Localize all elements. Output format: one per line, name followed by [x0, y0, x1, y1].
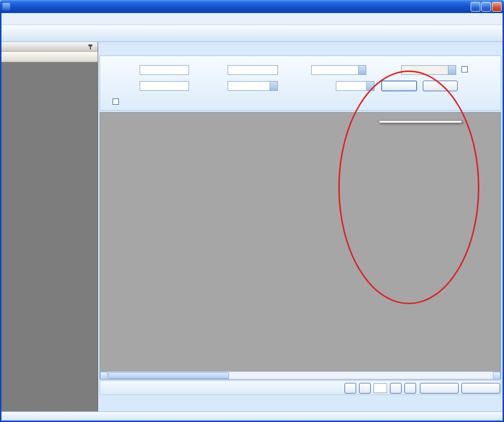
context-menu	[379, 120, 462, 123]
tab-strip	[98, 43, 503, 56]
chevron-down-icon[interactable]	[448, 66, 456, 74]
last-page-button[interactable]	[404, 383, 416, 394]
order-status-select[interactable]	[228, 81, 278, 91]
export-current-page-button[interactable]	[420, 383, 459, 394]
first-page-button[interactable]	[345, 383, 356, 394]
enable-checkbox[interactable]	[461, 66, 468, 72]
toolbar	[1, 25, 503, 42]
new-button[interactable]	[423, 81, 458, 91]
sidebar-group-sales[interactable]	[1, 52, 98, 62]
delivery-color-checkbox[interactable]	[113, 98, 119, 105]
scrollbar-thumb[interactable]	[108, 372, 229, 379]
main-area	[98, 42, 503, 411]
minimize-button[interactable]	[471, 2, 480, 12]
close-button[interactable]	[492, 2, 502, 12]
status-bar	[1, 411, 503, 421]
pin-icon[interactable]	[88, 44, 93, 49]
menu-bar	[1, 13, 503, 25]
grid-area	[100, 112, 501, 380]
sidebar-items	[1, 62, 98, 411]
scrollbar-track[interactable]	[230, 372, 493, 380]
page-number-input[interactable]	[374, 383, 387, 393]
scroll-right-icon[interactable]	[493, 372, 501, 380]
chevron-down-icon[interactable]	[270, 82, 277, 90]
export-all-pages-button[interactable]	[461, 383, 500, 394]
next-page-button[interactable]	[390, 383, 402, 394]
prev-page-button[interactable]	[359, 383, 371, 394]
filter-panel	[100, 56, 501, 111]
start-date-picker[interactable]	[311, 65, 366, 75]
search-button[interactable]	[381, 81, 417, 91]
chevron-down-icon[interactable]	[358, 66, 366, 74]
pagination-bar	[100, 380, 501, 395]
window-controls	[471, 2, 502, 12]
sidebar	[1, 42, 98, 411]
order-no-input[interactable]	[140, 81, 189, 91]
app-icon	[2, 3, 10, 11]
customer-no-input[interactable]	[140, 65, 189, 75]
tool-window-header	[1, 42, 98, 52]
application-window	[0, 0, 504, 422]
pay-method-select[interactable]	[336, 81, 374, 91]
maximize-button[interactable]	[481, 2, 491, 12]
end-date-picker[interactable]	[401, 65, 456, 75]
tool-window-buttons	[88, 44, 96, 49]
scroll-left-icon[interactable]	[100, 372, 108, 380]
horizontal-scrollbar[interactable]	[100, 371, 501, 379]
title-bar	[0, 0, 504, 13]
customer-name-input[interactable]	[228, 65, 278, 75]
chevron-down-icon[interactable]	[366, 82, 374, 90]
